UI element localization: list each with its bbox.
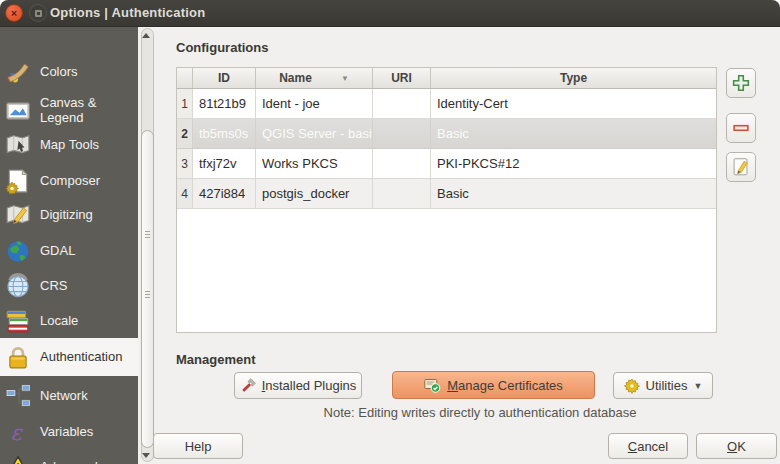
column-header-type[interactable]: Type (431, 68, 716, 88)
sidebar-item-digitizing[interactable]: Digitizing (0, 197, 138, 233)
table-row-selected[interactable]: 2 tb5ms0s QGIS Server - basic Basic (177, 119, 716, 149)
help-button[interactable]: Help (153, 433, 243, 459)
sidebar-item-label: GDAL (40, 244, 75, 259)
sidebar-item-label: Digitizing (40, 208, 93, 223)
sidebar-item-advanced[interactable]: Advanced (0, 449, 138, 464)
restore-icon[interactable] (29, 4, 47, 22)
lock-icon (5, 344, 31, 370)
sidebar-item-label: Locale (40, 314, 78, 329)
options-dialog: × Options | Authentication Colors Canvas… (0, 0, 780, 464)
locale-icon (5, 308, 31, 334)
column-header-name[interactable]: Name▼ (256, 68, 373, 88)
sidebar-item-crs[interactable]: CRS (0, 268, 138, 304)
titlebar: × Options | Authentication (0, 0, 780, 27)
table-row[interactable]: 3 tfxj72v Works PKCS PKI-PKCS#12 (177, 149, 716, 179)
certificate-icon (424, 377, 441, 393)
sidebar-item-composer[interactable]: Composer (0, 163, 138, 199)
sidebar-item-colors[interactable]: Colors (0, 54, 138, 90)
configurations-table: ID Name▼ URI Type 1 81t21b9 Ident - joe … (176, 67, 717, 333)
map-tools-icon (5, 132, 31, 158)
sidebar-item-label: Composer (40, 174, 100, 189)
window-title: Options | Authentication (50, 5, 205, 20)
variables-icon: ε (5, 419, 31, 445)
gdal-icon (5, 238, 31, 264)
network-icon (5, 383, 31, 409)
utilities-button[interactable]: Utilities ▼ (613, 372, 713, 399)
chevron-down-icon: ▼ (693, 381, 702, 391)
cancel-button[interactable]: Cancel (608, 433, 688, 459)
sidebar-item-map-tools[interactable]: Map Tools (0, 127, 138, 163)
sidebar-item-label: Authentication (40, 350, 122, 365)
scroll-down-icon[interactable] (142, 453, 150, 458)
minus-icon (730, 117, 752, 139)
column-header-rownum[interactable] (177, 68, 193, 88)
sidebar-item-label: Advanced (40, 460, 98, 464)
sidebar-item-label: Canvas & Legend (40, 96, 122, 126)
wrench-icon (240, 378, 256, 394)
plus-icon (730, 72, 752, 94)
sidebar-scrollbar[interactable] (139, 27, 156, 464)
sidebar-item-label: Colors (40, 65, 78, 80)
column-header-uri[interactable]: URI (373, 68, 431, 88)
svg-text:ε: ε (10, 420, 23, 445)
colors-icon (5, 59, 31, 85)
crs-icon (5, 273, 31, 299)
sort-desc-icon: ▼ (341, 74, 349, 83)
column-header-id[interactable]: ID (193, 68, 256, 88)
installed-plugins-button[interactable]: Installed Plugins (234, 372, 362, 399)
table-row[interactable]: 1 81t21b9 Ident - joe Identity-Cert (177, 89, 716, 119)
note-text: Note: Editing writes directly to authent… (240, 405, 720, 420)
sidebar-item-label: CRS (40, 279, 67, 294)
configurations-label: Configurations (176, 40, 268, 55)
digitizing-icon (5, 202, 31, 228)
add-config-button[interactable] (726, 68, 756, 98)
composer-icon (5, 168, 31, 194)
sidebar-item-locale[interactable]: Locale (0, 303, 138, 339)
gear-icon (624, 378, 640, 394)
scroll-up-icon[interactable] (142, 33, 150, 38)
canvas-legend-icon (5, 98, 31, 124)
edit-icon (730, 156, 752, 178)
sidebar-item-label: Network (40, 389, 88, 404)
manage-certificates-button[interactable]: Manage Certificates (392, 371, 595, 399)
sidebar-item-gdal[interactable]: GDAL (0, 233, 138, 269)
sidebar-item-label: Variables (40, 425, 93, 440)
sidebar-item-authentication[interactable]: Authentication (0, 338, 138, 376)
sidebar: Colors Canvas & Legend Map Tools (0, 27, 138, 464)
table-row[interactable]: 4 427i884 postgis_docker Basic (177, 179, 716, 209)
management-label: Management (176, 352, 255, 367)
sidebar-item-network[interactable]: Network (0, 378, 138, 414)
edit-config-button[interactable] (726, 152, 756, 182)
sidebar-item-variables[interactable]: ε Variables (0, 414, 138, 450)
table-header-row: ID Name▼ URI Type (177, 68, 716, 89)
sidebar-item-label: Map Tools (40, 138, 99, 153)
warning-icon (5, 454, 31, 464)
remove-config-button[interactable] (726, 113, 756, 143)
close-icon[interactable]: × (5, 4, 23, 22)
ok-button[interactable]: OK (696, 433, 777, 459)
scrollbar-thumb[interactable] (141, 130, 154, 448)
